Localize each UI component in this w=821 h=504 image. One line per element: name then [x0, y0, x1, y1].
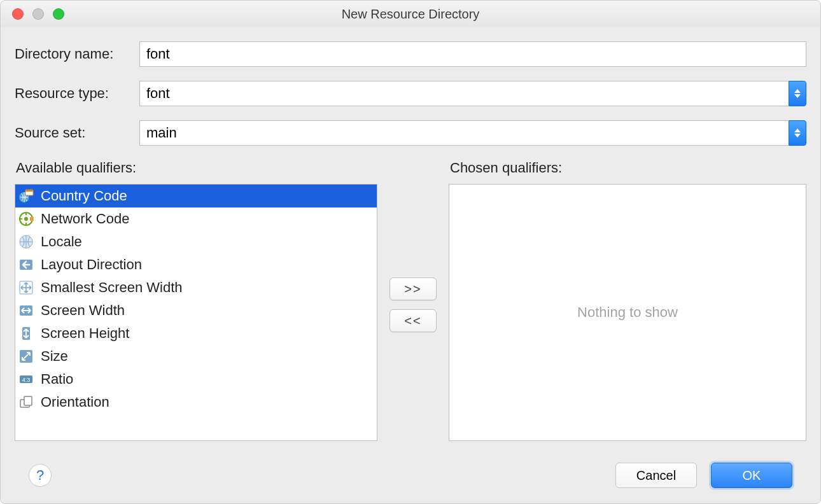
help-button[interactable]: ? — [29, 464, 52, 487]
chosen-column: Chosen qualifiers: Nothing to show — [449, 160, 806, 450]
content-area: Directory name: Resource type: font Sour… — [1, 27, 820, 503]
svg-rect-2 — [25, 190, 33, 192]
network-icon — [18, 211, 34, 227]
resource-type-value: font — [139, 81, 789, 106]
directory-name-row: Directory name: — [15, 41, 806, 67]
arrows-out-icon — [18, 279, 34, 296]
list-item[interactable]: 4:3Ratio — [15, 368, 377, 391]
svg-text:4:3: 4:3 — [22, 377, 31, 383]
arrow-left-icon — [18, 256, 34, 273]
list-item-label: Screen Height — [41, 325, 129, 342]
list-item[interactable]: Smallest Screen Width — [15, 276, 377, 299]
globe-flag-icon — [18, 188, 34, 204]
resource-type-select[interactable]: font — [139, 81, 806, 106]
chosen-empty-text: Nothing to show — [577, 304, 678, 321]
add-qualifier-button[interactable]: >> — [389, 277, 437, 300]
list-item-label: Size — [41, 348, 68, 365]
zoom-window-button[interactable] — [53, 8, 64, 20]
available-qualifiers-label: Available qualifiers: — [15, 160, 377, 176]
list-item-label: Ratio — [41, 371, 73, 388]
move-buttons-column: >> << — [377, 160, 449, 450]
svg-rect-15 — [24, 396, 32, 405]
orientation-icon — [18, 394, 34, 410]
minimize-window-button[interactable] — [32, 8, 44, 20]
list-item[interactable]: Screen Width — [15, 299, 377, 322]
source-set-value: main — [139, 120, 789, 146]
list-item[interactable]: Size — [15, 345, 377, 368]
list-item[interactable]: Orientation — [15, 391, 377, 414]
ok-button[interactable]: OK — [711, 463, 792, 488]
remove-qualifier-button[interactable]: << — [389, 309, 437, 332]
list-item-label: Locale — [41, 234, 82, 250]
svg-point-4 — [24, 217, 28, 221]
directory-name-label: Directory name: — [15, 46, 139, 62]
list-item-label: Screen Width — [41, 302, 125, 319]
list-item-label: Country Code — [41, 188, 127, 204]
list-item-label: Network Code — [41, 211, 129, 227]
resource-type-row: Resource type: font — [15, 81, 806, 106]
chosen-qualifiers-label: Chosen qualifiers: — [449, 160, 806, 176]
source-set-row: Source set: main — [15, 120, 806, 146]
qualifiers-row: Available qualifiers: Country CodeNetwor… — [15, 160, 806, 450]
available-qualifiers-list[interactable]: Country CodeNetwork CodeLocaleLayout Dir… — [15, 184, 377, 441]
select-stepper-icon — [789, 120, 806, 146]
close-window-button[interactable] — [12, 8, 24, 20]
list-item-label: Smallest Screen Width — [41, 279, 183, 296]
window-controls — [12, 8, 64, 20]
dialog-window: New Resource Directory Directory name: R… — [0, 0, 821, 504]
cancel-button[interactable]: Cancel — [615, 463, 697, 488]
select-stepper-icon — [789, 81, 806, 106]
ratio-icon: 4:3 — [18, 371, 34, 388]
globe-icon — [18, 234, 34, 250]
list-item[interactable]: Network Code — [15, 207, 377, 230]
arrow-h-icon — [18, 302, 34, 319]
list-item[interactable]: Layout Direction — [15, 253, 377, 276]
list-item[interactable]: Country Code — [15, 185, 377, 207]
source-set-select[interactable]: main — [139, 120, 806, 146]
window-title: New Resource Directory — [1, 7, 820, 22]
footer: ? Cancel OK — [15, 459, 806, 503]
diagonal-icon — [18, 348, 34, 365]
chosen-qualifiers-list[interactable]: Nothing to show — [449, 184, 806, 441]
list-item[interactable]: Screen Height — [15, 322, 377, 345]
svg-rect-5 — [30, 217, 34, 221]
list-item[interactable]: Locale — [15, 230, 377, 253]
resource-type-label: Resource type: — [15, 85, 139, 102]
list-item-label: Orientation — [41, 394, 109, 410]
available-column: Available qualifiers: Country CodeNetwor… — [15, 160, 377, 450]
list-item-label: Layout Direction — [41, 256, 142, 273]
source-set-label: Source set: — [15, 125, 139, 141]
directory-name-input[interactable] — [139, 41, 806, 67]
title-bar: New Resource Directory — [1, 1, 820, 27]
arrow-v-icon — [18, 325, 34, 342]
